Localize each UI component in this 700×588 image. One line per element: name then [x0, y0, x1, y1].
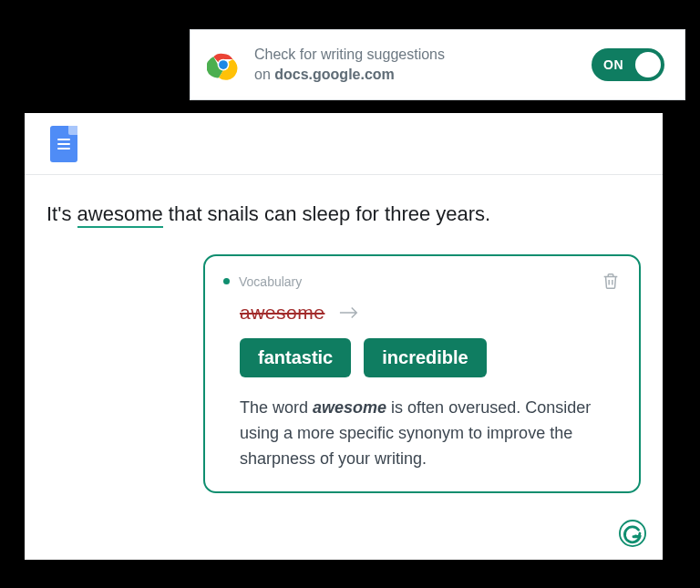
- explain-word: awesome: [313, 398, 386, 417]
- sentence[interactable]: It's awesome that snails can sleep for t…: [39, 201, 648, 229]
- highlighted-word[interactable]: awesome: [77, 202, 163, 228]
- category-dot-icon: [223, 278, 230, 284]
- toggle-knob: [635, 52, 661, 77]
- document-header: [25, 113, 663, 175]
- card-top: Vocabulary: [223, 274, 615, 289]
- replacements: fantastic incredible: [240, 338, 615, 377]
- toggle-label: ON: [603, 57, 623, 72]
- extension-text: Check for writing suggestions on docs.go…: [254, 45, 577, 84]
- extension-line2-prefix: on: [254, 67, 274, 82]
- strike-row: awesome: [240, 302, 615, 324]
- grammarly-badge-icon[interactable]: [619, 520, 646, 547]
- replacement-chip[interactable]: incredible: [364, 338, 486, 377]
- chrome-icon: [207, 48, 240, 81]
- document-body: It's awesome that snails can sleep for t…: [25, 175, 663, 493]
- arrow-right-icon: [339, 306, 359, 319]
- extension-line1: Check for writing suggestions: [254, 46, 445, 62]
- suggestion-card: Vocabulary awesome fantastic incredible …: [203, 254, 641, 494]
- suggestion-category: Vocabulary: [239, 274, 302, 289]
- document-panel: It's awesome that snails can sleep for t…: [25, 113, 663, 560]
- extension-bar: Check for writing suggestions on docs.go…: [190, 29, 685, 100]
- extension-domain: docs.google.com: [274, 67, 395, 82]
- suggestion-explanation: The word awesome is often overused. Cons…: [240, 396, 613, 472]
- svg-point-2: [219, 60, 228, 69]
- explain-pre: The word: [240, 398, 313, 417]
- dismiss-icon[interactable]: [601, 271, 621, 291]
- striked-word: awesome: [240, 302, 324, 324]
- replacement-chip[interactable]: fantastic: [240, 338, 351, 377]
- sentence-before: It's: [46, 202, 77, 225]
- suggestions-toggle[interactable]: ON: [592, 48, 664, 81]
- google-docs-icon: [50, 126, 77, 162]
- sentence-after: that snails can sleep for three years.: [163, 202, 491, 225]
